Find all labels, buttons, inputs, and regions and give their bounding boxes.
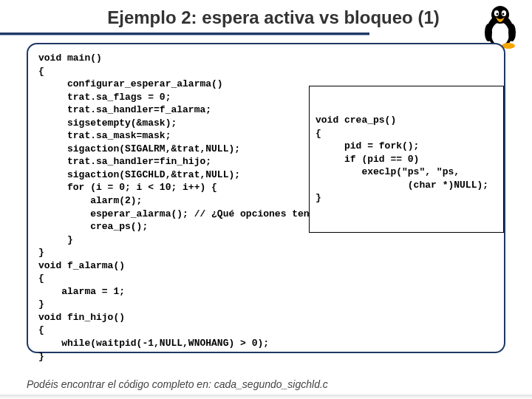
footer-prefix: Podéis encontrar el código completo en: <box>27 378 214 390</box>
inset-code: void crea_ps() { pid = fork(); if (pid =… <box>316 114 497 205</box>
inset-code-box: void crea_ps() { pid = fork(); if (pid =… <box>309 86 504 233</box>
svg-point-4 <box>502 10 506 16</box>
bottom-shadow <box>0 395 532 399</box>
slide-title: Ejemplo 2: espera activa vs bloqueo (1) <box>66 7 480 28</box>
title-underline <box>0 33 369 35</box>
slide: Ejemplo 2: espera activa vs bloqueo (1) … <box>0 0 532 399</box>
svg-point-9 <box>485 24 492 41</box>
svg-point-6 <box>502 13 505 16</box>
svg-point-10 <box>508 24 516 41</box>
svg-point-3 <box>494 10 499 16</box>
footer-filename: cada_segundo_sigchld.c <box>214 378 328 390</box>
tux-penguin-icon <box>480 3 520 49</box>
footer-note: Podéis encontrar el código completo en: … <box>27 378 328 390</box>
svg-point-5 <box>497 13 499 16</box>
